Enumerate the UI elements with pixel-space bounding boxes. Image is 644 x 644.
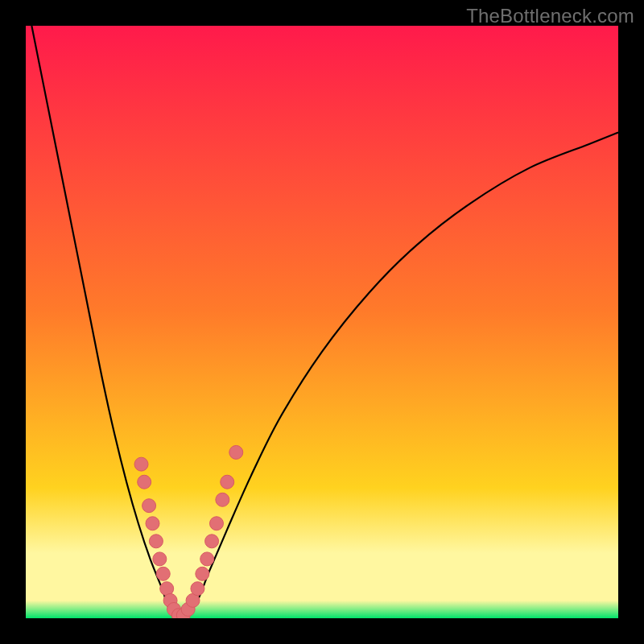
data-point-marker <box>146 517 159 530</box>
data-point-marker <box>142 499 156 513</box>
data-point-marker <box>138 475 151 489</box>
data-point-marker <box>191 582 204 596</box>
data-point-marker <box>205 535 219 548</box>
data-point-marker <box>153 552 167 566</box>
data-point-marker <box>209 517 223 530</box>
data-point-marker <box>221 475 234 489</box>
data-point-marker <box>156 567 170 580</box>
bottleneck-chart <box>26 26 618 618</box>
data-point-marker <box>196 567 209 580</box>
data-point-marker <box>229 445 243 459</box>
data-point-marker <box>200 552 214 566</box>
data-point-marker <box>149 535 163 548</box>
data-point-marker <box>216 493 229 506</box>
watermark-text: TheBottleneck.com <box>466 5 634 27</box>
gradient-background <box>26 26 618 618</box>
data-point-marker <box>134 457 148 471</box>
chart-frame: TheBottleneck.com <box>0 0 644 644</box>
